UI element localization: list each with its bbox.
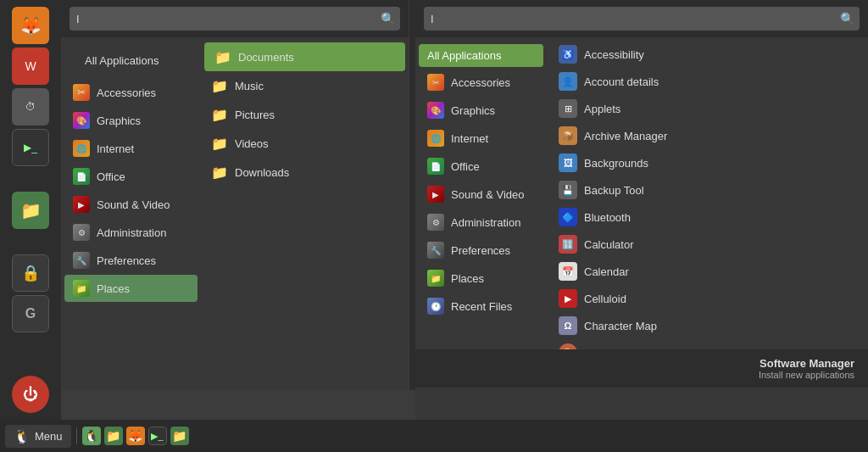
p2-sound-icon: ▶ (427, 186, 444, 203)
p2-cat-recent[interactable]: 🕐 Recent Files (419, 293, 543, 320)
app-backgrounds-label: Backgrounds (584, 157, 648, 170)
place-pictures[interactable]: 📁 Pictures (201, 100, 409, 129)
panel2-search-button[interactable]: 🔍 (840, 12, 854, 25)
tb-folder-icon[interactable]: 📁 (170, 427, 189, 445)
place-videos[interactable]: 📁 Videos (201, 129, 409, 158)
sidebar-app-red[interactable]: W (12, 47, 49, 85)
app-bluetooth-label: Bluetooth (584, 211, 631, 224)
sidebar-terminal[interactable]: ▶_ (12, 129, 49, 166)
tb-firefox-icon[interactable]: 🦊 (126, 427, 145, 445)
p2-cat-graphics[interactable]: 🎨 Graphics (419, 97, 543, 124)
start-button[interactable]: 🐧 Menu (5, 425, 71, 448)
app-celluloid-label: Celluloid (584, 293, 626, 305)
app-accessibility[interactable]: ♿ Accessibility (552, 41, 863, 68)
tb-files-icon[interactable]: 📁 (104, 427, 123, 445)
tb-linux-icon[interactable]: 🐧 (82, 427, 101, 445)
p2-graphics-icon: 🎨 (427, 102, 444, 119)
p2-accessories-icon: ✂ (427, 74, 444, 91)
left-sidebar: 🦊 W ⏱ ▶_ 📁 🔒 G ⏻ (0, 0, 61, 420)
cat-office[interactable]: 📄 Office (64, 163, 198, 190)
p2-office-icon: 📄 (427, 158, 444, 175)
software-mgr-title: Software Manager (759, 357, 854, 370)
p2-cat-places-label: Places (451, 272, 484, 285)
panel2-search-area: 🔍 (415, 0, 868, 37)
category-list: All Applications ✂ Accessories 🎨 Graphic… (61, 37, 201, 390)
charmap-icon: Ω (559, 316, 577, 335)
p2-cat-internet[interactable]: 🌐 Internet (419, 125, 543, 152)
sidebar-lock[interactable]: 🔒 (12, 254, 49, 292)
sound-icon: ▶ (73, 196, 90, 213)
office-icon: 📄 (73, 168, 90, 185)
place-downloads-label: Downloads (235, 166, 289, 179)
p2-cat-office[interactable]: 📄 Office (419, 153, 543, 180)
place-music[interactable]: 📁 Music (201, 71, 409, 100)
app-archive-label: Archive Manager (584, 130, 667, 142)
p2-cat-office-label: Office (451, 160, 480, 173)
place-documents-label: Documents (238, 51, 294, 64)
p2-cat-graphics-label: Graphics (451, 104, 495, 117)
place-videos-label: Videos (235, 137, 269, 150)
app-account[interactable]: 👤 Account details (552, 68, 863, 95)
graphics-icon: 🎨 (73, 112, 90, 129)
cat-all-label: All Applications (76, 49, 167, 72)
menu-panel-2: 🔍 All Applications ✂ Accessories 🎨 Graph… (415, 0, 868, 420)
p2-cat-all[interactable]: All Applications (419, 44, 543, 67)
p2-cat-accessories[interactable]: ✂ Accessories (419, 69, 543, 96)
app-backgrounds[interactable]: 🖼 Backgrounds (552, 149, 863, 176)
archive-icon: 📦 (559, 126, 577, 145)
cat-all-apps[interactable]: All Applications (64, 43, 198, 78)
sidebar-firefox[interactable]: 🦊 (12, 7, 49, 44)
cat-sound[interactable]: ▶ Sound & Video (64, 191, 198, 218)
p2-cat-sound[interactable]: ▶ Sound & Video (419, 181, 543, 208)
app-celluloid[interactable]: ▶ Celluloid (552, 285, 863, 312)
p2-cat-prefs[interactable]: 🔧 Preferences (419, 237, 543, 264)
menu-panel-1: 🔍 All Applications ✂ Accessories 🎨 Graph… (61, 0, 409, 390)
software-manager-bar[interactable]: Software Manager Install new application… (415, 349, 868, 388)
applets-icon: ⊞ (559, 99, 577, 118)
panel1-search-area: 🔍 (61, 0, 409, 37)
places-icon: 📁 (73, 280, 90, 297)
cat-graphics[interactable]: 🎨 Graphics (64, 107, 198, 134)
downloads-folder-icon: 📁 (211, 164, 228, 181)
sidebar-files[interactable]: 📁 (12, 192, 49, 229)
celluloid-icon: ▶ (559, 289, 577, 308)
cat-graphics-label: Graphics (97, 114, 141, 127)
internet-icon: 🌐 (73, 140, 90, 157)
pictures-folder-icon: 📁 (211, 106, 228, 123)
app-charmap[interactable]: Ω Character Map (552, 312, 863, 339)
app-backup[interactable]: 💾 Backup Tool (552, 176, 863, 204)
places-list: 📁 Documents 📁 Music 📁 Pictures 📁 Videos … (201, 37, 409, 390)
app-applets[interactable]: ⊞ Applets (552, 95, 863, 122)
p2-cat-all-label: All Applications (427, 49, 501, 62)
tb-terminal-icon[interactable]: ▶_ (148, 427, 167, 445)
app-calendar[interactable]: 📅 Calendar (552, 258, 863, 285)
app-bluetooth[interactable]: 🔷 Bluetooth (552, 204, 863, 231)
place-downloads[interactable]: 📁 Downloads (201, 158, 409, 187)
accessories-icon: ✂ (73, 84, 90, 101)
panel1-search-button[interactable]: 🔍 (381, 12, 395, 25)
software-mgr-subtitle: Install new applications (759, 370, 854, 380)
app-calculator[interactable]: 🔢 Calculator (552, 231, 863, 258)
sidebar-power[interactable]: ⏻ (12, 376, 49, 413)
music-folder-icon: 📁 (211, 77, 228, 94)
documents-folder-icon: 📁 (214, 48, 231, 65)
p2-cat-recent-label: Recent Files (451, 300, 512, 313)
bluetooth-icon: 🔷 (559, 208, 577, 226)
backgrounds-icon: 🖼 (559, 153, 577, 172)
calendar-icon: 📅 (559, 262, 577, 281)
cat-accessories[interactable]: ✂ Accessories (64, 79, 198, 106)
app-archive[interactable]: 📦 Archive Manager (552, 122, 863, 149)
cat-admin[interactable]: ⚙ Administration (64, 219, 198, 246)
cat-office-label: Office (97, 170, 125, 183)
panel2-search-input[interactable] (424, 7, 860, 31)
cat-places[interactable]: 📁 Places (64, 275, 198, 302)
cat-prefs[interactable]: 🔧 Preferences (64, 247, 198, 274)
cat-internet[interactable]: 🌐 Internet (64, 135, 198, 162)
p2-recent-icon: 🕐 (427, 298, 444, 315)
panel1-search-input[interactable] (70, 7, 400, 31)
sidebar-grub[interactable]: G (12, 295, 49, 332)
p2-cat-places[interactable]: 📁 Places (419, 265, 543, 292)
place-documents[interactable]: 📁 Documents (204, 42, 405, 71)
sidebar-timeshift[interactable]: ⏱ (12, 88, 49, 126)
p2-cat-admin[interactable]: ⚙ Administration (419, 209, 543, 236)
